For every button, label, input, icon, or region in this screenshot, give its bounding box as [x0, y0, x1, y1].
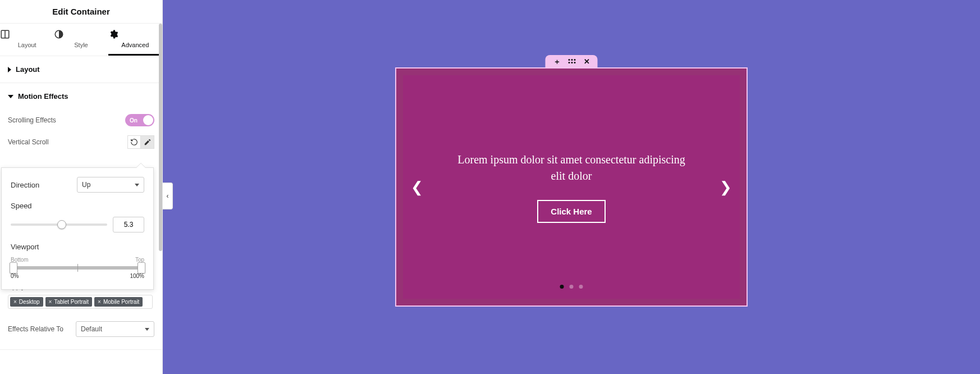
viewport-block: Viewport Bottom Top 0% 100%: [11, 243, 144, 279]
sidebar-scroll-area: Layout Style Advanced Layout: [0, 24, 162, 374]
gear-icon: [108, 29, 162, 39]
effects-relative-label: Effects Relative To: [8, 325, 63, 333]
section-layout-label: Layout: [16, 65, 40, 74]
chevron-down-icon: [8, 95, 13, 98]
speed-slider[interactable]: [11, 224, 107, 226]
collapse-sidebar-button[interactable]: ‹: [163, 183, 173, 209]
viewport-range[interactable]: [11, 266, 144, 270]
direction-row: Direction Up: [11, 177, 144, 193]
drag-handle[interactable]: [569, 59, 576, 63]
vertical-scroll-row: Vertical Scroll: [8, 131, 154, 153]
effects-relative-value: Default: [81, 325, 102, 333]
speed-block: Speed: [11, 202, 144, 232]
direction-label: Direction: [11, 181, 39, 189]
vertical-scroll-popover: Direction Up Speed Viewport Bott: [1, 167, 154, 290]
tab-layout-label: Layout: [18, 42, 36, 48]
device-tag-tablet-label: Tablet Portrait: [54, 299, 89, 305]
speed-input[interactable]: [113, 217, 144, 232]
selected-container: ＋ ✕ ❮ ❯ Lorem ipsum dolor sit amet conse…: [395, 67, 748, 307]
device-tag-desktop[interactable]: ×Desktop: [10, 297, 43, 307]
sidebar-title: Edit Container: [0, 0, 162, 24]
slide-heading: Lorem ipsum dolor sit amet consectetur a…: [454, 152, 689, 184]
slider-next-button[interactable]: ❯: [720, 179, 732, 196]
tab-style-label: Style: [74, 42, 88, 48]
range-center-tick: [77, 264, 78, 272]
tab-advanced[interactable]: Advanced: [108, 24, 162, 56]
panel-tabs: Layout Style Advanced: [0, 24, 162, 56]
section-motion-header[interactable]: Motion Effects: [0, 83, 162, 110]
viewport-label: Viewport: [11, 243, 144, 251]
scrolling-effects-toggle[interactable]: On: [125, 114, 154, 126]
pencil-icon: [144, 138, 152, 146]
apply-effects-devices[interactable]: ×Desktop ×Tablet Portrait ×Mobile Portra…: [8, 295, 153, 309]
pager-dot-1[interactable]: [560, 285, 564, 289]
scrolling-effects-label: Scrolling Effects: [8, 116, 56, 124]
speed-label: Speed: [11, 202, 144, 210]
section-layout: Layout: [0, 56, 162, 83]
range-thumb-min[interactable]: [10, 262, 17, 273]
scrolling-effects-row: Scrolling Effects On: [8, 110, 154, 131]
viewport-bottom-labels: 0% 100%: [11, 273, 144, 279]
section-layout-header[interactable]: Layout: [0, 56, 162, 83]
vertical-scroll-label: Vertical Scroll: [8, 138, 49, 146]
device-tag-mobile-label: Mobile Portrait: [103, 299, 139, 305]
container-outline[interactable]: ❮ ❯ Lorem ipsum dolor sit amet consectet…: [395, 67, 748, 307]
reset-button[interactable]: [127, 135, 141, 149]
viewport-min-label: 0%: [11, 273, 19, 279]
close-icon: ×: [98, 299, 101, 305]
viewport-top-labels: Bottom Top: [11, 257, 144, 263]
style-icon: [54, 29, 108, 39]
toggle-on-label: On: [130, 117, 138, 124]
add-element-button[interactable]: ＋: [553, 58, 561, 65]
chevron-right-icon: [8, 67, 11, 72]
delete-element-button[interactable]: ✕: [584, 58, 590, 65]
editor-sidebar: Edit Container Layout Style Advanced: [0, 0, 163, 374]
direction-select[interactable]: Up: [77, 177, 144, 193]
container-toolbar: ＋ ✕: [546, 55, 598, 67]
tab-layout[interactable]: Layout: [0, 24, 54, 56]
chevron-down-icon: [135, 184, 139, 186]
viewport-max-label: 100%: [130, 273, 144, 279]
sidebar-scrollbar[interactable]: [159, 24, 162, 251]
device-tag-desktop-label: Desktop: [19, 299, 40, 305]
device-tag-tablet[interactable]: ×Tablet Portrait: [45, 297, 93, 307]
edit-settings-button[interactable]: [141, 135, 154, 149]
section-motion-label: Motion Effects: [18, 92, 68, 101]
close-icon: ×: [49, 299, 52, 305]
pager-dot-2[interactable]: [570, 285, 574, 289]
device-tag-mobile[interactable]: ×Mobile Portrait: [94, 297, 143, 307]
range-thumb-max[interactable]: [138, 262, 145, 273]
slider-widget: ❮ ❯ Lorem ipsum dolor sit amet consectet…: [396, 69, 747, 305]
slide-cta-button[interactable]: Click Here: [537, 200, 605, 223]
direction-value: Up: [82, 181, 90, 189]
vertical-scroll-controls: [127, 135, 154, 149]
tab-style[interactable]: Style: [54, 24, 108, 56]
slider-pagination: [560, 285, 583, 289]
close-icon: ×: [13, 299, 17, 305]
pager-dot-3[interactable]: [579, 285, 583, 289]
chevron-down-icon: [145, 328, 149, 331]
undo-icon: [130, 138, 138, 146]
slider-prev-button[interactable]: ❮: [411, 179, 423, 196]
speed-control: [11, 217, 144, 232]
slider-thumb[interactable]: [57, 220, 66, 229]
effects-relative-row: Effects Relative To Default: [8, 317, 154, 341]
effects-relative-select[interactable]: Default: [76, 321, 154, 337]
chevron-left-icon: ‹: [167, 192, 169, 200]
editor-canvas: ‹ ＋ ✕ ❮ ❯ Lorem ipsum dolor sit amet con…: [163, 0, 980, 374]
layout-icon: [0, 29, 54, 39]
tab-advanced-label: Advanced: [121, 42, 149, 48]
